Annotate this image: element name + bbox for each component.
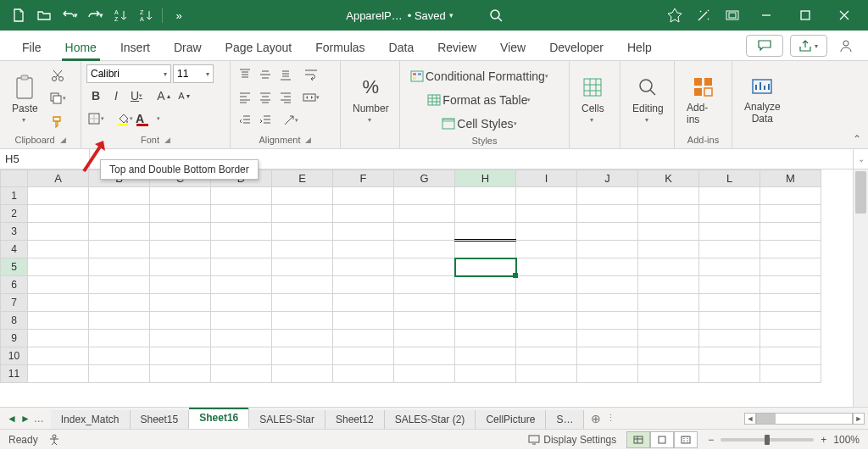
row-header[interactable]: 4 [1,241,28,258]
row-header[interactable]: 7 [1,294,28,312]
tab-file[interactable]: File [10,34,53,60]
tab-review[interactable]: Review [426,34,488,60]
account-icon[interactable] [834,36,858,56]
col-header[interactable]: L [699,170,760,187]
formula-expand-icon[interactable]: ⌄ [853,149,868,169]
cut-icon[interactable] [48,65,67,86]
paste-button[interactable]: Paste ▾ [5,64,45,133]
sheet-tab[interactable]: Sheet15 [131,410,190,429]
row-header[interactable]: 3 [1,223,28,241]
open-file-icon[interactable] [32,3,56,27]
row-header[interactable]: 10 [1,347,28,365]
orientation-icon[interactable]: ▾ [281,110,300,131]
vertical-scrollbar[interactable] [853,169,868,407]
display-settings-button[interactable]: Display Settings [528,434,616,446]
sheet-tab[interactable]: SALES-Star (2) [385,410,476,429]
zoom-out-button[interactable]: − [708,434,714,446]
col-header[interactable]: K [638,170,699,187]
underline-button[interactable]: U▾ [127,86,146,106]
analyze-data-button[interactable]: Analyze Data [737,64,787,133]
col-header[interactable]: M [760,170,821,187]
row-header[interactable]: 11 [1,365,28,383]
alignment-launcher-icon[interactable]: ◢ [305,136,311,144]
sort-asc-icon[interactable]: AZ [108,3,132,27]
align-middle-icon[interactable] [256,64,275,85]
sheet-tab[interactable]: Sheet12 [326,410,385,429]
tab-next-icon[interactable]: ► [20,413,31,425]
fill-color-button[interactable]: ▾ [115,108,134,129]
italic-button[interactable]: I [107,86,125,106]
tab-view[interactable]: View [488,34,537,60]
addins-button[interactable]: Add-ins [680,64,726,133]
collapse-ribbon-icon[interactable]: ⌃ [853,133,861,145]
row-header[interactable]: 2 [1,205,28,223]
accessibility-icon[interactable] [48,434,60,446]
cell-styles-button[interactable]: Cell Styles▾ [405,114,554,134]
align-bottom-icon[interactable] [276,64,295,85]
redo-icon[interactable]: ▾ [83,3,107,27]
zoom-in-button[interactable]: + [821,434,826,446]
comments-button[interactable] [746,35,783,57]
merge-center-icon[interactable]: ▾ [302,87,320,108]
number-format-button[interactable]: % Number ▾ [346,64,396,133]
save-status[interactable]: • Saved [408,9,446,22]
sheet-tab[interactable]: Index_Match [51,410,131,429]
hscroll-left-icon[interactable]: ◄ [744,413,756,425]
tab-data[interactable]: Data [377,34,426,60]
magic-wand-icon[interactable] [692,3,715,27]
font-launcher-icon[interactable]: ◢ [164,136,170,144]
zoom-slider[interactable] [721,438,814,442]
horizontal-scrollbar[interactable]: ◄ ► [741,408,868,429]
zoom-value[interactable]: 100% [833,434,860,446]
increase-font-icon[interactable]: A▴ [154,86,173,106]
premium-icon[interactable] [663,3,687,27]
tab-help[interactable]: Help [615,34,664,60]
decrease-indent-icon[interactable] [236,110,254,131]
col-header[interactable]: G [394,170,455,187]
undo-icon[interactable]: ▾ [58,3,81,27]
sort-desc-icon[interactable]: ZA [134,3,158,27]
tab-home[interactable]: Home [53,34,108,60]
tab-formulas[interactable]: Formulas [303,34,376,60]
sheet-tab[interactable]: Sheet16 [189,408,249,429]
font-size-select[interactable]: 11▾ [173,64,214,83]
tab-more-icon[interactable]: … [34,413,44,425]
cells-table[interactable]: A B C D E F G H I J K L M 1 2 3 4 5 6 7 … [0,169,821,383]
qat-more-icon[interactable]: » [167,3,191,27]
clipboard-launcher-icon[interactable]: ◢ [60,136,66,144]
borders-button[interactable]: ▾ [86,108,105,129]
sheet-tab[interactable]: SALES-Star [249,410,326,429]
align-center-icon[interactable] [256,87,275,108]
tab-developer[interactable]: Developer [537,34,615,60]
cells-button[interactable]: Cells▾ [575,64,611,133]
align-right-icon[interactable] [276,87,295,108]
conditional-formatting-button[interactable]: Conditional Formatting▾ [405,66,554,86]
copy-icon[interactable]: ▾ [48,88,67,108]
share-button[interactable]: ▾ [790,35,827,57]
col-header[interactable]: H [455,170,516,187]
hscroll-right-icon[interactable]: ► [853,413,865,425]
row-header[interactable]: 8 [1,312,28,330]
editing-button[interactable]: Editing▾ [626,64,670,133]
font-color-button[interactable]: A▾ [136,108,160,129]
format-as-table-button[interactable]: Format as Table▾ [405,90,554,110]
wrap-text-icon[interactable] [302,64,320,85]
tab-prev-icon[interactable]: ◄ [7,413,17,425]
maximize-button[interactable] [788,0,822,31]
close-button[interactable] [827,0,861,31]
increase-indent-icon[interactable] [256,110,275,131]
search-icon[interactable] [484,3,508,27]
col-header[interactable]: I [516,170,577,187]
minimize-button[interactable] [749,0,783,31]
add-sheet[interactable]: ⊕⋮ [584,408,622,429]
align-left-icon[interactable] [236,87,254,108]
tab-draw[interactable]: Draw [162,34,214,60]
bold-button[interactable]: B [86,86,105,106]
tab-insert[interactable]: Insert [108,34,162,60]
view-normal-icon[interactable] [626,431,650,448]
chevron-down-icon[interactable]: ▾ [449,11,453,19]
row-header[interactable]: 9 [1,330,28,347]
tab-page-layout[interactable]: Page Layout [214,34,304,60]
name-box[interactable]: H5 [0,149,90,169]
new-file-icon[interactable] [7,3,31,27]
